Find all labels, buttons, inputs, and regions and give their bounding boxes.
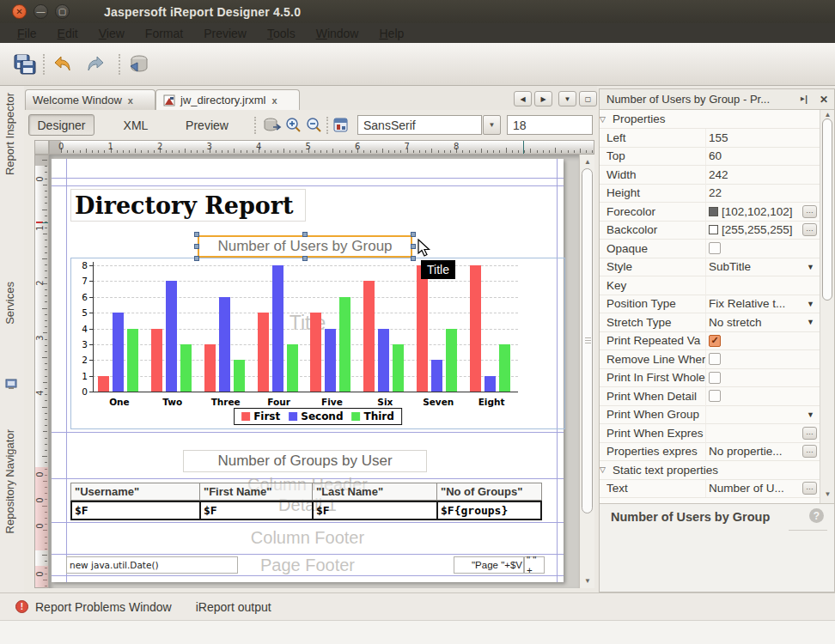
property-row-print-repeated-va[interactable]: Print Repeated Va✓ bbox=[600, 331, 820, 350]
property-row-print-when-expres[interactable]: Print When Expres… bbox=[600, 424, 820, 443]
bar-first-seven[interactable] bbox=[417, 265, 428, 392]
bar-first-six[interactable] bbox=[363, 281, 375, 392]
ellipsis-button[interactable]: … bbox=[802, 205, 817, 218]
property-row-print-in-first-whole[interactable]: Print In First Whole bbox=[600, 368, 820, 387]
table-header-row[interactable]: "Username""First Name""Last Name""No of … bbox=[70, 483, 542, 501]
ireport-output-link[interactable]: iReport output bbox=[196, 600, 271, 614]
property-value[interactable] bbox=[705, 368, 820, 386]
bar-second-four[interactable] bbox=[272, 265, 283, 392]
window-minimize-button[interactable]: — bbox=[34, 4, 48, 19]
property-row-left[interactable]: Left155 bbox=[600, 129, 820, 148]
selection-handle[interactable] bbox=[411, 232, 416, 237]
canvas-vertical-scrollbar[interactable]: ▲ ▼ bbox=[579, 155, 594, 588]
selection-handle[interactable] bbox=[302, 256, 308, 261]
bar-second-three[interactable] bbox=[219, 297, 230, 392]
property-value[interactable]: 155 bbox=[705, 129, 820, 147]
sidebar-tab-services[interactable]: Services bbox=[3, 282, 16, 325]
property-row-forecolor[interactable]: Forecolor[102,102,102]… bbox=[600, 203, 820, 222]
property-value[interactable]: [255,255,255]… bbox=[705, 221, 820, 239]
property-value[interactable]: 22 bbox=[705, 184, 820, 202]
page-total-field-element[interactable]: " " + bbox=[524, 556, 545, 574]
bar-third-six[interactable] bbox=[393, 344, 404, 392]
page-number-field-element[interactable]: "Page "+$V bbox=[454, 556, 524, 574]
section-collapse-icon[interactable]: ▽ bbox=[600, 465, 606, 474]
property-value[interactable]: Number of U...… bbox=[705, 479, 820, 497]
preview-view-button[interactable]: Preview bbox=[177, 114, 237, 136]
checkbox[interactable] bbox=[709, 390, 721, 402]
font-size-input[interactable]: 18 bbox=[507, 115, 593, 135]
panel-dock-icon[interactable]: ⯈▏ bbox=[799, 94, 814, 105]
undo-icon[interactable] bbox=[50, 54, 72, 78]
scrollbar-thumb[interactable] bbox=[582, 168, 593, 513]
selected-subtitle-element[interactable]: Number of Users by Group bbox=[198, 235, 412, 258]
property-value[interactable] bbox=[705, 350, 820, 368]
bar-third-three[interactable] bbox=[234, 360, 245, 392]
bar-third-eight[interactable] bbox=[499, 344, 510, 392]
window-maximize-button[interactable]: ▢ bbox=[55, 4, 70, 19]
zoom-out-icon[interactable] bbox=[306, 117, 323, 137]
property-row-stretch-type[interactable]: Stretch TypeNo stretch▼ bbox=[600, 313, 820, 332]
table-field-cell[interactable]: $F bbox=[312, 501, 436, 520]
property-row-properties-expres[interactable]: Properties expresNo propertie...… bbox=[600, 442, 820, 461]
selection-handle[interactable] bbox=[411, 244, 416, 249]
bar-third-two[interactable] bbox=[180, 344, 192, 392]
zoom-in-icon[interactable] bbox=[285, 117, 302, 137]
scroll-down-icon[interactable]: ▼ bbox=[820, 490, 835, 498]
menu-edit[interactable]: Edit bbox=[58, 27, 78, 40]
property-value[interactable]: ▼ bbox=[705, 405, 820, 423]
bar-first-five[interactable] bbox=[310, 313, 321, 392]
bar-first-three[interactable] bbox=[204, 344, 216, 392]
designer-view-button[interactable]: Designer bbox=[28, 114, 94, 136]
table-header-cell[interactable]: "Username" bbox=[70, 483, 199, 501]
font-family-select[interactable]: SansSerif bbox=[357, 115, 482, 135]
dropdown-arrow-icon[interactable]: ▼ bbox=[807, 300, 814, 308]
property-value[interactable]: … bbox=[705, 424, 820, 442]
menu-window[interactable]: Window bbox=[316, 27, 359, 40]
window-close-button[interactable]: ✕ bbox=[12, 4, 27, 19]
tab-close-icon[interactable]: x bbox=[128, 95, 133, 106]
property-value[interactable]: ✓ bbox=[705, 331, 820, 349]
tab-list-button[interactable]: ▼ bbox=[558, 91, 576, 106]
table-detail-row[interactable]: $F$F$F$F{groups} bbox=[70, 501, 542, 520]
scroll-up-icon[interactable]: ▲ bbox=[580, 158, 595, 166]
database-connection-icon[interactable] bbox=[127, 54, 149, 78]
report-title-element[interactable]: Directory Report bbox=[70, 189, 306, 222]
scroll-up-icon[interactable]: ▲ bbox=[820, 111, 835, 118]
groups-by-user-title-element[interactable]: Number of Groups by User bbox=[183, 450, 427, 472]
selection-handle[interactable] bbox=[302, 232, 308, 237]
table-header-cell[interactable]: "No of Groups" bbox=[436, 483, 542, 501]
property-row-position-type[interactable]: Position TypeFix Relative t...▼ bbox=[600, 295, 820, 313]
selection-handle[interactable] bbox=[194, 244, 199, 249]
menu-preview[interactable]: Preview bbox=[204, 27, 247, 40]
bar-chart-element[interactable]: 012345678OneTwoThreeFourFiveSixSevenEigh… bbox=[70, 258, 565, 429]
save-all-icon[interactable] bbox=[14, 54, 36, 78]
property-value[interactable]: 242 bbox=[705, 166, 820, 184]
property-value[interactable]: Fix Relative t...▼ bbox=[705, 295, 820, 313]
property-row-style[interactable]: StyleSubTitle▼ bbox=[600, 258, 820, 276]
table-field-cell[interactable]: $F{groups} bbox=[436, 501, 542, 520]
color-swatch[interactable] bbox=[709, 225, 718, 234]
menu-format[interactable]: Format bbox=[145, 27, 183, 40]
help-icon[interactable]: ? bbox=[809, 508, 824, 523]
bar-first-two[interactable] bbox=[151, 329, 162, 392]
dropdown-arrow-icon[interactable]: ▼ bbox=[807, 410, 814, 419]
dropdown-arrow-icon[interactable]: ▼ bbox=[807, 318, 814, 326]
report-problems-link[interactable]: Report Problems Window bbox=[35, 600, 172, 614]
bar-third-seven[interactable] bbox=[446, 329, 457, 392]
bar-second-eight[interactable] bbox=[485, 376, 496, 392]
table-field-cell[interactable]: $F bbox=[199, 501, 312, 520]
checkbox[interactable] bbox=[709, 242, 721, 254]
property-row-key[interactable]: Key bbox=[600, 276, 820, 295]
tab-close-icon[interactable]: x bbox=[271, 95, 277, 106]
selection-handle[interactable] bbox=[194, 256, 199, 261]
date-field-element[interactable]: new java.util.Date() bbox=[66, 556, 238, 574]
bar-first-eight[interactable] bbox=[470, 265, 481, 392]
property-value[interactable]: No stretch▼ bbox=[705, 313, 820, 331]
font-family-dropdown-button[interactable]: ▼ bbox=[483, 115, 501, 135]
menu-tools[interactable]: Tools bbox=[267, 27, 296, 40]
scrollbar-thumb[interactable] bbox=[822, 118, 832, 301]
ellipsis-button[interactable]: … bbox=[802, 445, 817, 458]
report-wizard-icon[interactable] bbox=[333, 117, 350, 137]
ellipsis-button[interactable]: … bbox=[802, 482, 817, 495]
color-swatch[interactable] bbox=[709, 207, 718, 216]
